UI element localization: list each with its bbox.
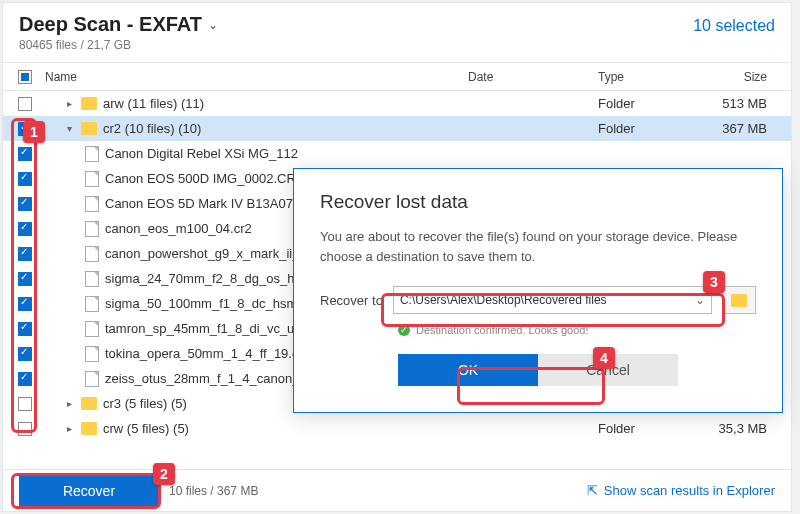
col-size[interactable]: Size [703,70,783,84]
select-all-checkbox[interactable] [18,70,32,84]
row-checkbox[interactable] [18,172,32,186]
recover-button[interactable]: Recover [19,476,159,506]
dialog-body: You are about to recover the file(s) fou… [320,227,756,266]
ok-button[interactable]: OK [398,354,538,386]
file-icon [85,196,99,212]
file-icon [85,221,99,237]
expander-icon[interactable]: ▾ [63,123,75,134]
dialog-title: Recover lost data [320,191,756,213]
folder-icon [81,397,97,410]
row-name: cr2 (10 files) (10) [103,121,468,136]
annotation-4: 4 [593,347,615,369]
check-circle-icon: ✓ [398,324,410,336]
annotation-3: 3 [703,271,725,293]
recover-path-input[interactable]: C:\Users\Alex\Desktop\Recovered files ⌄ [393,286,712,314]
file-icon [85,271,99,287]
row-size: 35,3 MB [703,421,783,436]
file-icon [85,371,99,387]
folder-row[interactable]: ▸arw (11 files) (11)Folder513 MB [3,91,791,116]
file-icon [85,321,99,337]
recover-path-value: C:\Users\Alex\Desktop\Recovered files [400,293,607,307]
row-checkbox[interactable] [18,97,32,111]
file-row[interactable]: Canon Digital Rebel XSi MG_112 [3,141,791,166]
expander-icon[interactable]: ▸ [63,423,75,434]
row-checkbox[interactable] [18,197,32,211]
folder-row[interactable]: ▸crw (5 files) (5)Folder35,3 MB [3,416,791,441]
row-checkbox[interactable] [18,222,32,236]
header: Deep Scan - EXFAT ⌄ 80465 files / 21,7 G… [3,3,791,63]
col-type[interactable]: Type [598,70,703,84]
row-checkbox[interactable] [18,247,32,261]
folder-icon [81,97,97,110]
folder-row[interactable]: ▾cr2 (10 files) (10)Folder367 MB [3,116,791,141]
footer-bar: Recover 10 files / 367 MB ⇱ Show scan re… [3,469,791,511]
file-icon [85,146,99,162]
row-name: crw (5 files) (5) [103,421,468,436]
row-checkbox[interactable] [18,347,32,361]
browse-button[interactable] [722,286,756,314]
row-checkbox[interactable] [18,272,32,286]
selection-summary: 10 files / 367 MB [169,484,258,498]
row-checkbox[interactable] [18,147,32,161]
show-in-explorer-link[interactable]: ⇱ Show scan results in Explorer [587,483,775,498]
row-type: Folder [598,121,703,136]
page-title: Deep Scan - EXFAT [19,13,202,36]
file-icon [85,246,99,262]
destination-confirmed: Destination confirmed. Looks good! [416,324,588,336]
row-checkbox[interactable] [18,322,32,336]
row-name: Canon Digital Rebel XSi MG_112 [105,146,468,161]
col-name[interactable]: Name [39,70,468,84]
row-checkbox[interactable] [18,297,32,311]
file-icon [85,171,99,187]
scan-summary: 80465 files / 21,7 GB [19,38,218,52]
row-checkbox[interactable] [18,397,32,411]
show-in-explorer-label: Show scan results in Explorer [604,483,775,498]
row-name: arw (11 files) (11) [103,96,468,111]
chevron-down-icon[interactable]: ⌄ [695,293,705,307]
row-checkbox[interactable] [18,372,32,386]
col-date[interactable]: Date [468,70,598,84]
row-type: Folder [598,421,703,436]
file-icon [85,346,99,362]
row-size: 367 MB [703,121,783,136]
row-type: Folder [598,96,703,111]
file-icon [85,296,99,312]
selected-count: 10 selected [693,17,775,35]
folder-icon [81,422,97,435]
expander-icon[interactable]: ▸ [63,398,75,409]
annotation-2: 2 [153,463,175,485]
row-size: 513 MB [703,96,783,111]
folder-icon [81,122,97,135]
recover-to-label: Recover to [320,293,383,308]
expander-icon[interactable]: ▸ [63,98,75,109]
chevron-down-icon[interactable]: ⌄ [208,18,218,32]
annotation-1: 1 [23,121,45,143]
folder-icon [731,294,747,307]
row-checkbox[interactable] [18,422,32,436]
table-header: Name Date Type Size [3,63,791,91]
external-link-icon: ⇱ [587,483,598,498]
